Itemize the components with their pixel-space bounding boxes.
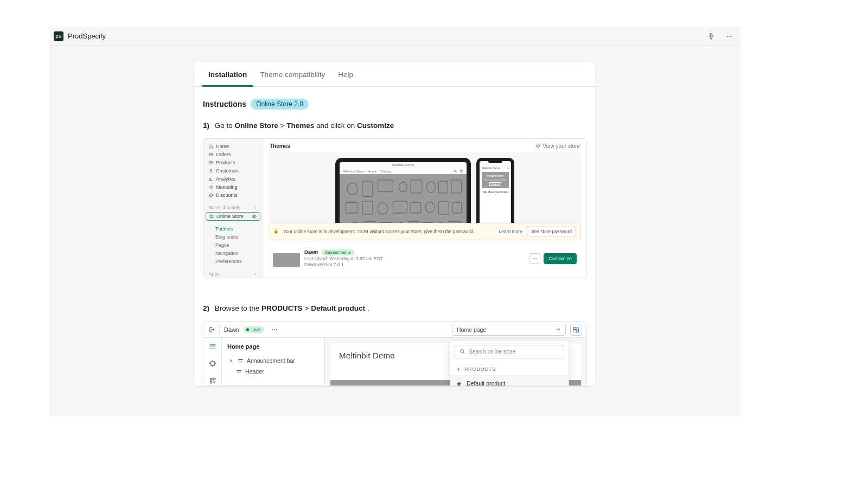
svg-point-26 <box>351 222 359 223</box>
step-1-text: 1) Go to Online Store > Themes and click… <box>203 121 587 130</box>
store-icon <box>209 214 214 219</box>
svg-rect-24 <box>452 202 462 213</box>
svg-rect-27 <box>364 221 375 223</box>
theme-more-button <box>529 253 540 264</box>
ss1-nav-analytics-label: Analytics <box>216 176 235 182</box>
theme-version: Dawn version 7.0.1 <box>304 262 383 268</box>
svg-rect-44 <box>209 344 215 345</box>
ss1-view-store-label: View your store <box>542 143 580 149</box>
page-select-label: Home page <box>457 326 486 333</box>
svg-point-19 <box>378 202 388 214</box>
step-1-sep: > <box>280 121 287 130</box>
svg-point-2 <box>731 35 732 36</box>
svg-rect-31 <box>422 222 434 223</box>
mock-mobile-banner: Image banner Give customers details Shop… <box>482 172 509 188</box>
mock-mobile: Meltinbit Demo ≡ Image banner Give custo… <box>476 158 514 223</box>
exit-editor-icon <box>208 324 220 336</box>
step-1-mid: and click on <box>316 121 357 130</box>
app-embeds-icon <box>208 376 218 386</box>
learn-more-link: Learn more <box>499 229 522 234</box>
ss1-apps-label: Apps <box>203 268 263 278</box>
ss2-section-list: Home page Announcement bar Header <box>222 338 325 386</box>
svg-rect-41 <box>577 327 579 329</box>
svg-point-32 <box>437 222 445 223</box>
svg-point-4 <box>210 169 212 171</box>
svg-point-36 <box>537 258 538 259</box>
menu-icon: ≡ <box>507 166 509 170</box>
svg-rect-15 <box>439 181 448 193</box>
bag-icon <box>459 169 463 173</box>
svg-rect-20 <box>393 201 407 213</box>
mock-nav-home: Home <box>368 170 376 173</box>
eye-icon <box>535 144 540 149</box>
eye-icon <box>252 214 257 219</box>
svg-point-22 <box>425 202 435 213</box>
pin-icon[interactable] <box>705 30 718 43</box>
ss1-sidebar: Home Orders Products Customers <box>203 139 263 278</box>
section-announcement: Announcement bar <box>227 355 319 366</box>
ss1-nav-home: Home <box>203 142 263 150</box>
more-icon[interactable] <box>723 30 736 43</box>
svg-rect-48 <box>213 378 215 381</box>
svg-rect-40 <box>574 327 576 329</box>
step-2-pre: Browse to the <box>215 304 261 312</box>
ss2-icon-rail <box>203 338 222 386</box>
svg-rect-10 <box>362 181 373 196</box>
step-1-b1: Online Store <box>235 121 278 130</box>
theme-name: Dawn <box>304 249 318 255</box>
svg-point-12 <box>399 182 407 191</box>
section-announcement-label: Announcement bar <box>247 357 295 364</box>
ss1-nav-discounts-label: Discounts <box>216 192 238 198</box>
svg-rect-33 <box>448 221 460 223</box>
app-frame: pS ProdSpecify Installation Theme compat… <box>49 27 741 416</box>
ss1-nav-customers: Customers <box>203 166 263 175</box>
svg-rect-21 <box>411 202 421 213</box>
ss1-apps-text: Apps <box>209 271 219 277</box>
mock-nav-catalog: Catalog <box>380 170 391 173</box>
version-chip: Online Store 2.0 <box>251 99 309 110</box>
step-2-b1: PRODUCTS <box>261 304 303 312</box>
popover-item-default-product: Default product Assigned to 2 products <box>450 376 569 386</box>
app-name: ProdSpecify <box>68 32 106 40</box>
mock-product-grid <box>340 174 467 223</box>
svg-rect-52 <box>237 370 241 371</box>
section-block-icon <box>237 357 244 364</box>
svg-rect-28 <box>379 222 392 223</box>
svg-rect-13 <box>411 180 422 193</box>
mock-mobile-brand: Meltinbit Demo <box>482 166 500 170</box>
page-select-trigger: Home page <box>452 324 566 336</box>
mock-banner-sub: Give customers details <box>484 178 506 181</box>
tabs: Installation Theme compatibility Help <box>194 62 596 87</box>
popover-back-label: PRODUCTS <box>464 366 496 372</box>
customize-button: Customize <box>544 253 577 264</box>
step-1-num: 1) <box>203 121 209 130</box>
svg-rect-51 <box>238 361 242 363</box>
ss1-nav-discounts: Discounts <box>203 191 263 199</box>
current-theme-badge: Current theme <box>322 249 354 255</box>
ss1-sub-pages: Pages <box>203 241 263 249</box>
search-icon <box>459 349 465 355</box>
step-1-b3: Customize <box>357 121 394 130</box>
tab-help[interactable]: Help <box>331 62 360 86</box>
mock-brand-2: Meltinbit Demo <box>343 170 365 173</box>
ss1-warning-text: Your online store is in development. To … <box>283 229 474 234</box>
ss1-main: Themes View your store Meltinbit Demo Me… <box>263 139 586 278</box>
ss1-nav-orders: Orders <box>203 150 263 158</box>
svg-rect-11 <box>378 180 393 192</box>
popover-search-placeholder: Search online store <box>469 349 515 355</box>
mock-banner-btn: Shop all <box>489 182 501 186</box>
sections-icon <box>208 342 218 351</box>
section-block-icon <box>235 368 242 375</box>
mock-brand: Meltinbit Demo <box>340 162 467 168</box>
ss1-nav-home-label: Home <box>216 144 229 149</box>
tab-theme-compatibility[interactable]: Theme compatibility <box>253 62 331 86</box>
svg-point-39 <box>276 329 277 330</box>
svg-rect-50 <box>238 359 242 360</box>
ss1-nav-products: Products <box>203 158 263 166</box>
ss1-online-store-row: Online Store <box>206 212 260 221</box>
ss1-view-store: View your store <box>535 143 580 149</box>
step-2-b2: Default product <box>311 304 365 312</box>
theme-thumbnail <box>273 250 300 267</box>
tab-installation[interactable]: Installation <box>202 62 253 86</box>
svg-point-8 <box>454 170 456 172</box>
